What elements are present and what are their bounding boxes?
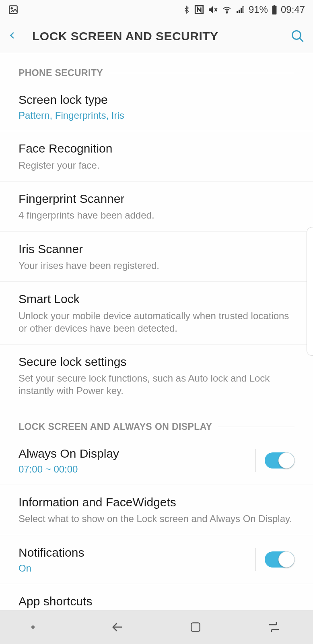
section-header-phone-security: PHONE SECURITY [0,53,313,83]
row-subtitle: On [19,563,251,574]
row-subtitle: Your irises have been registered. [19,259,294,272]
nav-recents-button[interactable] [250,620,298,634]
search-button[interactable] [289,29,305,43]
svg-point-10 [292,31,301,39]
row-title: Notifications [19,545,251,560]
svg-rect-4 [237,11,238,13]
section-label: PHONE SECURITY [19,68,103,78]
svg-rect-5 [239,10,240,13]
toggle-always-on-display[interactable] [265,452,294,469]
page-title: LOCK SCREEN AND SECURITY [24,29,289,43]
image-notification-icon [8,4,19,15]
row-title: Secure lock settings [19,354,294,369]
row-subtitle: Register your face. [19,159,294,171]
svg-rect-6 [241,8,242,13]
scroll-handle[interactable] [307,227,313,356]
row-app-shortcuts[interactable]: App shortcuts Select apps to open from t… [0,584,313,610]
row-title: Iris Scanner [19,242,294,257]
divider [109,73,294,73]
svg-point-11 [31,625,35,629]
nav-expand-button[interactable] [15,625,63,629]
divider [218,427,294,427]
row-title: Always On Display [19,446,251,461]
section-label: LOCK SCREEN AND ALWAYS ON DISPLAY [19,421,212,432]
row-notifications[interactable]: Notifications On [0,535,313,584]
row-screen-lock-type[interactable]: Screen lock type Pattern, Fingerprints, … [0,83,313,131]
row-subtitle: 07:00 ~ 00:00 [19,464,251,475]
row-title: Smart Lock [19,291,294,307]
svg-rect-8 [272,6,277,14]
navigation-bar [0,610,313,644]
bluetooth-icon [183,4,191,15]
row-secure-lock-settings[interactable]: Secure lock settings Set your secure loc… [0,345,313,407]
settings-list[interactable]: PHONE SECURITY Screen lock type Pattern,… [0,53,313,610]
svg-rect-12 [192,623,200,631]
clock: 09:47 [281,4,305,15]
row-information-facewidgets[interactable]: Information and FaceWidgets Select what … [0,485,313,535]
row-fingerprint-scanner[interactable]: Fingerprint Scanner 4 fingerprints have … [0,182,313,232]
svg-point-1 [11,8,12,9]
row-always-on-display[interactable]: Always On Display 07:00 ~ 00:00 [0,436,313,485]
wifi-icon [221,4,233,15]
row-subtitle: Set your secure lock functions, such as … [19,372,294,397]
row-subtitle: Pattern, Fingerprints, Iris [19,110,294,121]
nfc-icon [194,4,204,15]
svg-rect-7 [243,6,244,13]
back-button[interactable] [8,28,24,44]
divider [255,548,256,571]
nav-back-button[interactable] [93,619,142,635]
mute-vibrate-icon [208,4,218,15]
nav-home-button[interactable] [171,621,220,634]
row-title: App shortcuts [19,594,294,609]
status-bar: 91% 09:47 [0,0,313,19]
row-iris-scanner[interactable]: Iris Scanner Your irises have been regis… [0,232,313,282]
row-subtitle: Select what to show on the Lock screen a… [19,512,294,525]
toggle-notifications[interactable] [265,551,294,568]
divider [255,449,256,472]
battery-percent: 91% [249,4,268,15]
svg-rect-9 [274,5,275,6]
battery-icon [271,4,278,15]
signal-icon [236,4,245,15]
row-face-recognition[interactable]: Face Recognition Register your face. [0,131,313,182]
row-title: Fingerprint Scanner [19,191,294,206]
row-title: Screen lock type [19,92,294,107]
title-bar: LOCK SCREEN AND SECURITY [0,19,313,53]
section-header-lock-screen-aod: LOCK SCREEN AND ALWAYS ON DISPLAY [0,407,313,436]
svg-point-3 [227,12,227,13]
row-subtitle: 4 fingerprints have been added. [19,209,294,221]
row-title: Face Recognition [19,141,294,156]
row-subtitle: Unlock your mobile device automatically … [19,310,294,334]
svg-rect-0 [9,6,17,14]
row-smart-lock[interactable]: Smart Lock Unlock your mobile device aut… [0,282,313,345]
row-title: Information and FaceWidgets [19,495,294,510]
